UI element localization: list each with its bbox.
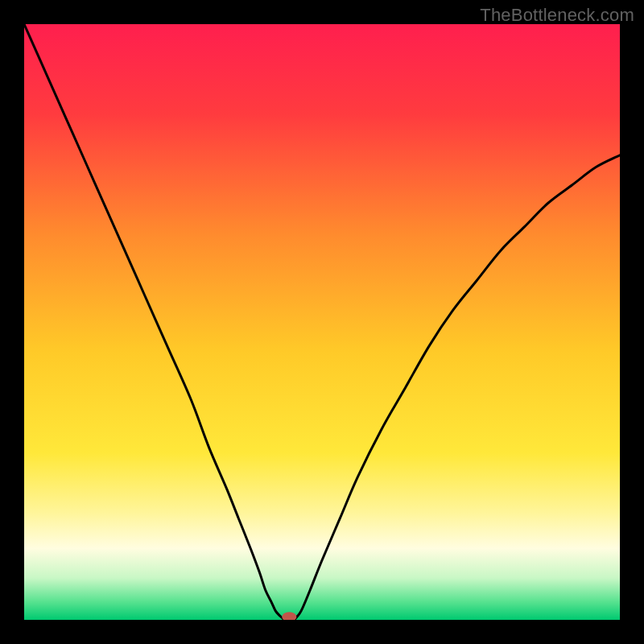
chart-svg xyxy=(24,24,620,620)
watermark-text: TheBottleneck.com xyxy=(480,5,634,26)
plot-area xyxy=(24,24,620,620)
chart-frame: TheBottleneck.com xyxy=(0,0,644,644)
gradient-background xyxy=(24,24,620,620)
